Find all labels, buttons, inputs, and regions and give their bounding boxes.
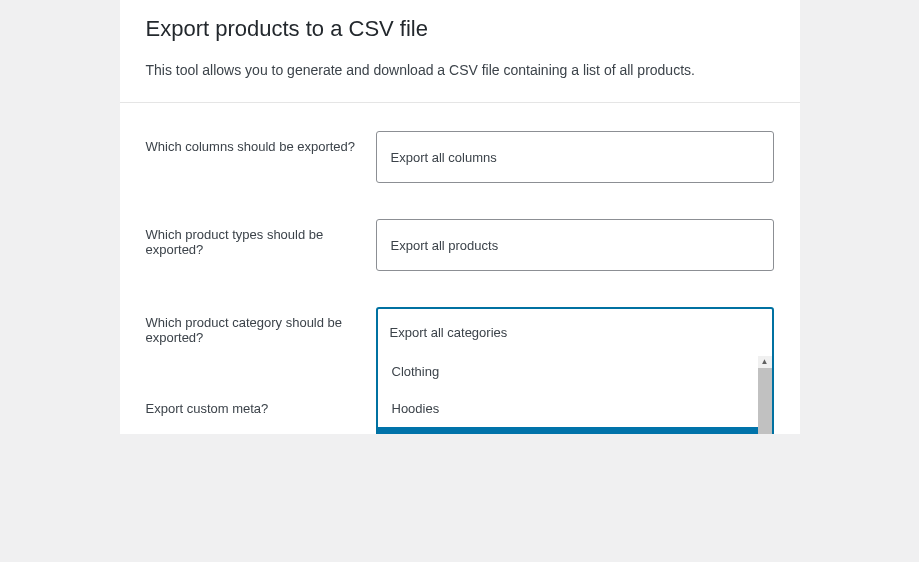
- categories-select-top[interactable]: Export all categories: [378, 309, 772, 355]
- export-form: Which columns should be exported? Export…: [120, 103, 800, 434]
- columns-control: Export all columns: [376, 131, 774, 183]
- types-control: Export all products: [376, 219, 774, 271]
- category-option[interactable]: Music: [378, 427, 758, 434]
- types-select[interactable]: Export all products: [376, 219, 774, 271]
- custom-meta-label: Export custom meta?: [146, 393, 376, 416]
- types-label: Which product types should be exported?: [146, 219, 376, 257]
- scroll-thumb[interactable]: [758, 368, 772, 434]
- categories-dropdown: ClothingHoodiesMusicPostersSinglesT-shir…: [376, 353, 774, 434]
- scroll-up-icon[interactable]: ▲: [758, 356, 772, 368]
- page-title: Export products to a CSV file: [146, 16, 774, 42]
- row-categories: Which product category should be exporte…: [120, 289, 800, 375]
- categories-control: Export all categories ClothingHoodiesMus…: [376, 307, 774, 357]
- panel-header: Export products to a CSV file This tool …: [120, 0, 800, 103]
- page-description: This tool allows you to generate and dow…: [146, 62, 774, 78]
- category-option[interactable]: Clothing: [378, 353, 758, 390]
- categories-placeholder: Export all categories: [390, 325, 508, 340]
- row-types: Which product types should be exported? …: [120, 201, 800, 289]
- columns-placeholder: Export all columns: [391, 150, 497, 165]
- row-columns: Which columns should be exported? Export…: [120, 113, 800, 201]
- categories-select[interactable]: Export all categories: [376, 307, 774, 357]
- types-placeholder: Export all products: [391, 238, 499, 253]
- dropdown-scrollbar[interactable]: ▲ ▼: [758, 356, 772, 434]
- columns-select[interactable]: Export all columns: [376, 131, 774, 183]
- categories-label: Which product category should be exporte…: [146, 307, 376, 345]
- columns-label: Which columns should be exported?: [146, 131, 376, 154]
- export-panel: Export products to a CSV file This tool …: [120, 0, 800, 434]
- category-option[interactable]: Hoodies: [378, 390, 758, 427]
